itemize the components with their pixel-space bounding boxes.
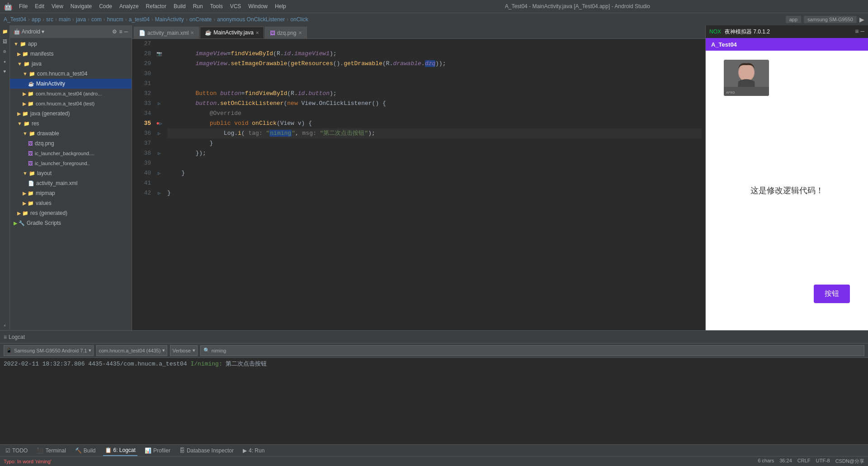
package-label: com.hnucm.a_test04 (4435) <box>99 348 160 353</box>
bookmarks-icon[interactable]: ★ <box>0 57 9 66</box>
line-ending: CRLF <box>797 458 811 465</box>
tree-res[interactable]: ▼ 📁 res <box>10 119 132 128</box>
nox-logo: NOX <box>709 29 721 35</box>
menu-edit[interactable]: Edit <box>32 2 47 10</box>
cursor-position: 36:24 <box>779 458 792 465</box>
tab-bar: 📄 activity_main.xml ✕ ☕ MainActivity.jav… <box>132 25 705 39</box>
tree-app[interactable]: ▼ 📁 app <box>10 39 132 49</box>
tab-close-icon[interactable]: ✕ <box>298 30 302 35</box>
tree-ic-launcher-fg[interactable]: 🖼 ic_launcher_foreground.. <box>10 158 132 168</box>
tree-mainactivity[interactable]: ☕ MainActivity <box>10 79 132 89</box>
tree-com-hnucm[interactable]: ▼ 📁 com.hnucm.a_test04 <box>10 69 132 79</box>
breadcrumb-oncreate[interactable]: onCreate <box>189 16 212 23</box>
tree-item-label: layout <box>37 170 52 176</box>
tab-terminal[interactable]: ⬛ Terminal <box>35 445 67 456</box>
tab-profiler[interactable]: 📊 Profiler <box>143 445 172 456</box>
tab-logcat[interactable]: 📋 6: Logcat <box>103 445 137 456</box>
nox-menu-icon[interactable]: ≡ <box>855 28 859 35</box>
tab-build[interactable]: 🔨 Build <box>73 445 98 456</box>
project-icon[interactable]: 📁 <box>0 27 9 36</box>
breadcrumb-app[interactable]: app <box>32 16 41 23</box>
tree-layout[interactable]: ▼ 📁 layout <box>10 168 132 178</box>
tab-close-icon[interactable]: ✕ <box>190 30 194 35</box>
menu-run[interactable]: Run <box>190 2 206 10</box>
breadcrumb-com[interactable]: com <box>91 16 102 23</box>
app-config-dropdown[interactable]: app <box>786 16 801 23</box>
level-selector-dropdown[interactable]: Verbose ▾ <box>170 345 197 356</box>
gear-icon[interactable]: ≡ <box>119 29 122 35</box>
tree-java[interactable]: ▼ 📁 java <box>10 59 132 69</box>
arrow-icon: ▷ <box>158 151 160 156</box>
structure-icon[interactable]: ⚙ <box>0 47 9 56</box>
tree-java-gen[interactable]: ▶ 📁 java (generated) <box>10 109 132 119</box>
run-icon[interactable]: ▶ <box>859 16 864 23</box>
tree-item-label: java <box>32 61 42 67</box>
menu-view[interactable]: View <box>49 2 66 10</box>
menu-file[interactable]: File <box>16 2 30 10</box>
menu-tools[interactable]: Tools <box>208 2 226 10</box>
favorites-icon[interactable]: ♥ <box>0 67 9 76</box>
tab-todo[interactable]: ☑ TODO <box>4 445 29 456</box>
android-dropdown[interactable]: 🤖 Android ▾ <box>14 29 44 35</box>
tree-gradle-scripts[interactable]: ▶ 🔧 Gradle Scripts <box>10 218 132 228</box>
nox-minimize-icon[interactable]: ─ <box>861 28 864 35</box>
tab-dzq-png[interactable]: 🖼 dzq.png ✕ <box>265 27 307 38</box>
logcat-search-box[interactable]: 🔍 niming <box>200 345 864 356</box>
minimize-icon[interactable]: ─ <box>124 29 128 35</box>
menu-help[interactable]: Help <box>272 2 289 10</box>
menu-code[interactable]: Code <box>96 2 115 10</box>
tab-run[interactable]: ▶ 4: Run <box>241 445 266 456</box>
gradle-icon: ▶ 🔧 <box>14 220 25 226</box>
breadcrumb-java[interactable]: java <box>76 16 86 23</box>
device-dropdown[interactable]: samsung SM-G9550 <box>804 16 857 23</box>
menu-vcs[interactable]: VCS <box>227 2 244 10</box>
breadcrumb-a-test04[interactable]: a_test04 <box>129 16 150 23</box>
tab-activity-main-xml[interactable]: 📄 activity_main.xml ✕ <box>134 27 199 38</box>
build-variants-icon[interactable]: ⚡ <box>0 321 9 330</box>
tab-mainactivity-java[interactable]: ☕ MainActivity.java ✕ <box>200 27 264 38</box>
menu-navigate[interactable]: Navigate <box>68 2 94 10</box>
tree-drawable[interactable]: ▼ 📁 drawable <box>10 128 132 138</box>
logcat-title: Logcat <box>9 334 25 340</box>
tab-label: TODO <box>12 447 28 454</box>
folder-icon: ▼ 📁 <box>17 121 30 127</box>
tree-values[interactable]: ▶ 📁 values <box>10 198 132 208</box>
package-selector-dropdown[interactable]: com.hnucm.a_test04 (4435) ▾ <box>96 345 167 356</box>
breakpoint-icon[interactable]: ● <box>156 120 159 127</box>
menu-analyze[interactable]: Analyze <box>117 2 142 10</box>
menu-window[interactable]: Window <box>245 2 270 10</box>
device-selector-dropdown[interactable]: 📱 Samsung SM-G9550 Android 7.1 ▾ <box>4 345 94 356</box>
code-line-39 <box>167 158 702 168</box>
tab-database-inspector[interactable]: 🗄 Database Inspector <box>178 445 236 456</box>
tree-manifests[interactable]: ▶ 📁 manifests <box>10 49 132 59</box>
breadcrumb-mainactivity[interactable]: MainActivity <box>155 16 184 23</box>
tree-activity-main-xml[interactable]: 📄 activity_main.xml <box>10 178 132 188</box>
menu-build[interactable]: Build <box>171 2 189 10</box>
breadcrumb-onclick[interactable]: onClick <box>290 16 308 23</box>
tree-mipmap[interactable]: ▶ 📁 mipmap <box>10 188 132 198</box>
breadcrumb-src[interactable]: src <box>46 16 53 23</box>
tree-ic-launcher-bg[interactable]: 🖼 ic_launcher_background.... <box>10 148 132 158</box>
tree-item-label: Gradle Scripts <box>27 220 61 226</box>
code-line-40: } <box>167 168 702 178</box>
emulator-button[interactable]: 按钮 <box>814 285 850 303</box>
tree-androidtest[interactable]: ▶ 📁 com.hnucm.a_test04 (andro... <box>10 89 132 99</box>
breadcrumb-main[interactable]: main <box>59 16 71 23</box>
breadcrumb-hnucm[interactable]: hnucm <box>107 16 123 23</box>
tab-close-icon[interactable]: ✕ <box>255 30 259 35</box>
code-line-41 <box>167 178 702 188</box>
code-content[interactable]: imageView=findViewById(R.id.imageView1);… <box>164 39 705 330</box>
resource-manager-icon[interactable]: 🖼 <box>0 37 9 46</box>
tree-dzq-png[interactable]: 🖼 dzq.png <box>10 138 132 148</box>
tree-test[interactable]: ▶ 📁 com.hnucm.a_test04 (test) <box>10 99 132 109</box>
sync-icon[interactable]: ⚙ <box>112 29 117 35</box>
code-editor[interactable]: 27 28 29 30 31 32 33 34 35 36 37 38 39 4… <box>132 39 705 330</box>
arrow-icon: ▷ <box>158 171 160 176</box>
app-image: AFRO <box>724 60 769 96</box>
line-numbers: 27 28 29 30 31 32 33 34 35 36 37 38 39 4… <box>132 39 155 330</box>
breadcrumb-project[interactable]: A_Test04 <box>4 16 26 23</box>
breadcrumb-listener[interactable]: anonymous OnClickListener <box>217 16 285 23</box>
tree-item-label: com.hnucm.a_test04 (test) <box>36 101 94 106</box>
tree-res-gen[interactable]: ▶ 📁 res (generated) <box>10 208 132 218</box>
menu-refactor[interactable]: Refactor <box>143 2 169 10</box>
